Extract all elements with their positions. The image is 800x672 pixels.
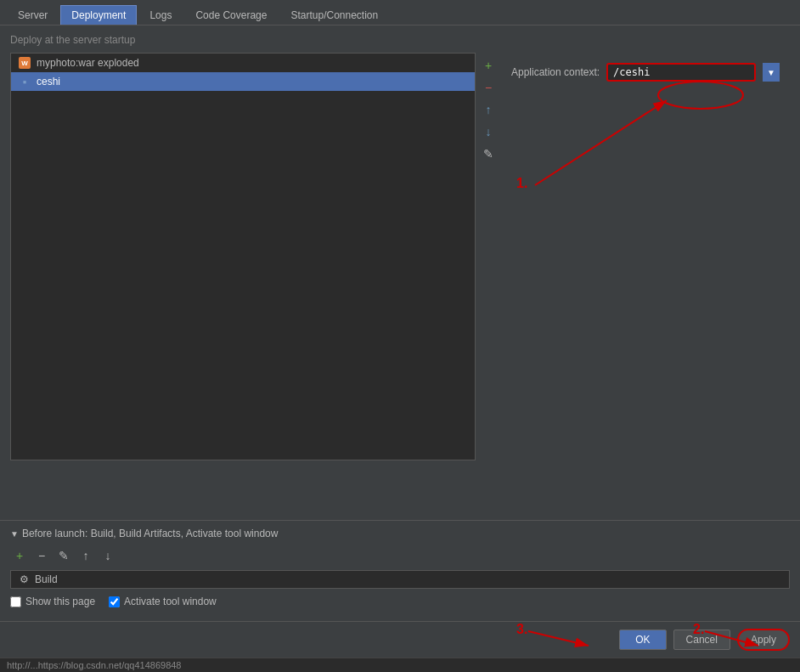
- build-label: Build: [35, 573, 58, 585]
- activate-window-checkbox[interactable]: [109, 596, 120, 607]
- cancel-button[interactable]: Cancel: [673, 630, 730, 650]
- bl-edit-button[interactable]: ✎: [54, 546, 73, 565]
- before-launch-list: ⚙ Build: [10, 570, 790, 589]
- artifact-name: myphoto:war exploded: [37, 57, 139, 69]
- add-artifact-button[interactable]: +: [479, 56, 498, 75]
- app-context-dropdown-button[interactable]: ▼: [763, 63, 780, 82]
- tab-server[interactable]: Server: [7, 5, 59, 25]
- tab-code-coverage[interactable]: Code Coverage: [184, 5, 278, 25]
- bottom-bar: OK Cancel Apply: [0, 621, 800, 658]
- app-context-input[interactable]: [606, 63, 756, 82]
- artifact-list: W myphoto:war exploded ▪ ceshi: [10, 53, 476, 460]
- ok-button[interactable]: OK: [619, 630, 666, 650]
- context-panel: Application context: ▼: [501, 53, 790, 511]
- move-up-button[interactable]: ↑: [479, 100, 498, 119]
- list-item[interactable]: W myphoto:war exploded: [11, 54, 475, 72]
- list-panel: W myphoto:war exploded ▪ ceshi +: [10, 53, 501, 460]
- build-item: ⚙ Build: [11, 571, 789, 588]
- before-launch-header: ▼ Before launch: Build, Build Artifacts,…: [10, 528, 790, 539]
- folder-icon: ▪: [18, 75, 31, 88]
- build-icon: ⚙: [18, 573, 30, 585]
- content-area: Deploy at the server startup W myphoto:w…: [0, 25, 800, 520]
- show-page-label: Show this page: [25, 596, 95, 607]
- remove-artifact-button[interactable]: −: [479, 78, 498, 97]
- edit-artifact-button[interactable]: ✎: [479, 144, 498, 163]
- artifact-name-ceshi: ceshi: [37, 76, 60, 88]
- bl-add-button[interactable]: +: [10, 546, 29, 565]
- war-icon: W: [18, 56, 31, 70]
- bl-down-button[interactable]: ↓: [99, 546, 117, 565]
- apply-button[interactable]: Apply: [737, 629, 790, 651]
- bl-remove-button[interactable]: −: [32, 546, 51, 565]
- before-launch-label: Before launch: Build, Build Artifacts, A…: [22, 528, 279, 539]
- tab-deployment[interactable]: Deployment: [60, 5, 137, 25]
- app-context-label: Application context:: [511, 66, 600, 78]
- tab-startup-connection[interactable]: Startup/Connection: [279, 5, 389, 25]
- activate-window-label: Activate tool window: [124, 596, 217, 607]
- move-down-button[interactable]: ↓: [479, 122, 498, 141]
- collapse-icon: ▼: [10, 529, 19, 539]
- deployment-panel: W myphoto:war exploded ▪ ceshi +: [10, 53, 790, 511]
- tabs-bar: Server Deployment Logs Code Coverage Sta…: [0, 0, 800, 25]
- list-buttons: + − ↑ ↓ ✎: [476, 53, 501, 460]
- status-bar: http://...https://blog.csdn.net/qq414869…: [0, 658, 800, 672]
- show-page-option[interactable]: Show this page: [10, 596, 95, 607]
- main-container: Server Deployment Logs Code Coverage Sta…: [0, 0, 800, 672]
- activate-window-option[interactable]: Activate tool window: [109, 596, 217, 607]
- before-launch-section: ▼ Before launch: Build, Build Artifacts,…: [0, 520, 800, 621]
- tab-logs[interactable]: Logs: [138, 5, 183, 25]
- bl-up-button[interactable]: ↑: [76, 546, 95, 565]
- deploy-label: Deploy at the server startup: [10, 34, 790, 46]
- bottom-options: Show this page Activate tool window: [10, 596, 790, 607]
- app-context-row: Application context: ▼: [511, 63, 780, 82]
- show-page-checkbox[interactable]: [10, 596, 21, 607]
- list-item-selected[interactable]: ▪ ceshi: [11, 72, 475, 91]
- before-launch-toolbar: + − ✎ ↑ ↓: [10, 546, 790, 565]
